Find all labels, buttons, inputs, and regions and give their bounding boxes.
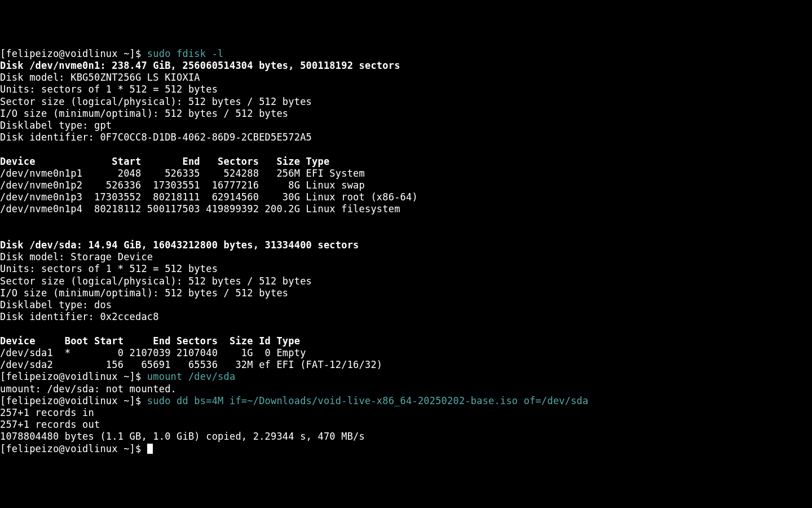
disk-io-size: I/O size (minimum/optimal): 512 bytes / …	[0, 108, 288, 119]
partition-row: /dev/nvme0n1p1 2048 526335 524288 256M E…	[0, 168, 365, 179]
partition-row: /dev/nvme0n1p4 80218112 500117503 419899…	[0, 203, 400, 214]
disk-units: Units: sectors of 1 * 512 = 512 bytes	[0, 263, 218, 274]
prompt: [felipeizo@voidlinux ~]$	[0, 48, 141, 59]
command-fdisk: sudo fdisk -l	[141, 48, 223, 59]
cursor[interactable]	[147, 444, 153, 454]
prompt: [felipeizo@voidlinux ~]$	[0, 443, 141, 454]
disk-model: Disk model: Storage Device	[0, 251, 153, 262]
partition-row: /dev/nvme0n1p2 526336 17303551 16777216 …	[0, 179, 365, 191]
disk-header: Disk /dev/sda: 14.94 GiB, 16043212800 by…	[0, 239, 359, 251]
prompt: [felipeizo@voidlinux ~]$	[0, 395, 141, 406]
command-dd: sudo dd bs=4M if=~/Downloads/void-live-x…	[141, 395, 588, 406]
prompt: [felipeizo@voidlinux ~]$	[0, 371, 141, 382]
partition-row: /dev/nvme0n1p3 17303552 80218111 6291456…	[0, 191, 418, 203]
dd-output: 257+1 records in	[0, 407, 94, 418]
disk-header: Disk /dev/nvme0n1: 238.47 GiB, 256060514…	[0, 60, 400, 71]
umount-output: umount: /dev/sda: not mounted.	[0, 383, 176, 395]
disk-label-type: Disklabel type: gpt	[0, 120, 112, 131]
dd-output: 1078804480 bytes (1.1 GB, 1.0 GiB) copie…	[0, 431, 365, 442]
terminal[interactable]: [felipeizo@voidlinux ~]$ sudo fdisk -l D…	[0, 48, 812, 455]
disk-sector-size: Sector size (logical/physical): 512 byte…	[0, 275, 312, 287]
disk-identifier: Disk identifier: 0x2ccedac8	[0, 311, 159, 322]
disk-identifier: Disk identifier: 0F7C0CC8-D1DB-4062-86D9…	[0, 132, 312, 143]
disk-model: Disk model: KBG50ZNT256G LS KIOXIA	[0, 72, 200, 83]
disk-io-size: I/O size (minimum/optimal): 512 bytes / …	[0, 287, 288, 299]
partition-row: /dev/sda1 * 0 2107039 2107040 1G 0 Empty	[0, 347, 306, 358]
partition-table-header: Device Boot Start End Sectors Size Id Ty…	[0, 335, 300, 347]
disk-sector-size: Sector size (logical/physical): 512 byte…	[0, 96, 312, 107]
disk-label-type: Disklabel type: dos	[0, 299, 112, 310]
partition-row: /dev/sda2 156 65691 65536 32M ef EFI (FA…	[0, 359, 382, 370]
disk-units: Units: sectors of 1 * 512 = 512 bytes	[0, 84, 218, 95]
command-umount: umount /dev/sda	[141, 371, 235, 382]
dd-output: 257+1 records out	[0, 419, 100, 430]
partition-table-header: Device Start End Sectors Size Type	[0, 156, 329, 167]
